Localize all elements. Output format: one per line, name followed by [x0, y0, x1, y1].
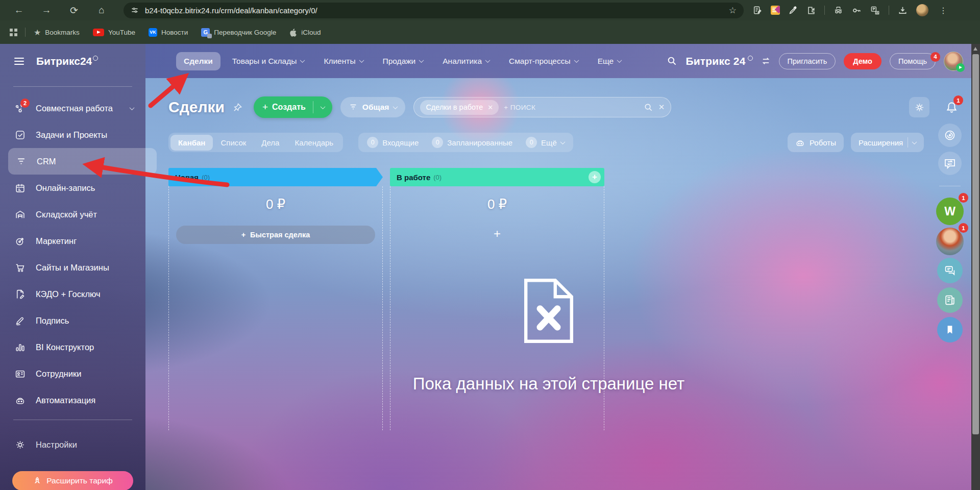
- bookmark-folder[interactable]: ★ Bookmarks: [34, 28, 80, 37]
- upgrade-plan-button[interactable]: Расширить тариф: [12, 471, 133, 490]
- forward-icon[interactable]: →: [39, 5, 54, 16]
- counter-incoming[interactable]: 0 Входящие: [360, 137, 425, 148]
- nav-item-products[interactable]: Товары и Склады: [225, 52, 312, 70]
- incognito-icon[interactable]: [834, 6, 843, 15]
- nav-item-clients[interactable]: Клиенты: [316, 52, 371, 70]
- demo-button[interactable]: Демо: [844, 53, 881, 69]
- whatsapp-channel-button[interactable]: W 1: [936, 198, 964, 225]
- pin-icon[interactable]: [233, 103, 242, 112]
- translate-icon[interactable]: [870, 6, 880, 15]
- search-filter-chip[interactable]: Сделки в работе ✕: [420, 100, 499, 115]
- search-bar[interactable]: Сделки в работе ✕ ✕: [413, 97, 671, 117]
- browser-profile-avatar[interactable]: [916, 4, 928, 16]
- invite-button[interactable]: Пригласить: [779, 53, 836, 69]
- board-settings-button[interactable]: [909, 97, 929, 117]
- bookmark-star-icon[interactable]: ☆: [729, 5, 737, 16]
- bookmark-youtube[interactable]: YouTube: [93, 29, 135, 36]
- search-input[interactable]: [504, 104, 639, 111]
- add-deal-plus-icon[interactable]: +: [390, 227, 604, 241]
- news-feed-button[interactable]: [937, 287, 963, 313]
- open-lines-button[interactable]: [937, 258, 963, 283]
- menu-burger-icon[interactable]: [14, 58, 24, 65]
- sidebar-item-bi-builder[interactable]: BI Конструктор: [0, 334, 145, 360]
- switch-arrows-icon[interactable]: [761, 56, 771, 66]
- sidebar-label: CRM: [37, 157, 56, 166]
- sidebar-item-collaboration[interactable]: 2 Совместная работа: [0, 95, 145, 121]
- notes-extension-icon[interactable]: [753, 6, 762, 15]
- create-dropdown-caret[interactable]: [313, 106, 332, 109]
- view-tabs-group: Канбан Список Дела Календарь: [168, 133, 343, 152]
- sidebar-item-kedo[interactable]: КЭДО + Госключ: [0, 281, 145, 307]
- url-text[interactable]: b24-t0qcbz.bitrix24.ru/crm/deal/kanban/c…: [145, 6, 723, 15]
- sidebar-item-sites-stores[interactable]: Сайты и Магазины: [0, 254, 145, 281]
- password-key-icon[interactable]: [852, 6, 862, 15]
- counter-more[interactable]: 0 Ещё: [519, 137, 571, 148]
- column-header-in-progress[interactable]: В работе (0) +: [390, 168, 604, 186]
- extensions-puzzle-icon[interactable]: [806, 6, 816, 15]
- nav-item-more[interactable]: Еще: [590, 52, 629, 70]
- copilot-button[interactable]: [938, 124, 962, 147]
- tab-calendar[interactable]: Календарь: [287, 135, 341, 151]
- bookmark-button[interactable]: [937, 317, 963, 342]
- sidebar-item-marketing[interactable]: Маркетинг: [0, 228, 145, 254]
- contact-avatar-button[interactable]: 1: [936, 228, 964, 255]
- nav-item-analytics[interactable]: Аналитика: [435, 52, 497, 70]
- search-clear-icon[interactable]: ✕: [658, 103, 665, 112]
- tab-list[interactable]: Список: [213, 135, 254, 151]
- robots-button[interactable]: Роботы: [788, 133, 844, 152]
- sidebar-item-online-booking[interactable]: Онлайн-запись: [0, 175, 145, 201]
- bookmark-icloud[interactable]: iCloud: [289, 28, 321, 37]
- tab-activities[interactable]: Дела: [254, 135, 287, 151]
- nav-item-sales[interactable]: Продажи: [375, 52, 431, 70]
- apps-grid-icon[interactable]: [9, 28, 18, 37]
- create-deal-button[interactable]: + Создать: [254, 96, 332, 118]
- browser-menu-icon[interactable]: ⋮: [939, 6, 947, 15]
- extensions-button[interactable]: Расширения: [851, 133, 924, 152]
- home-icon[interactable]: ⌂: [94, 5, 109, 16]
- empty-document-icon: [521, 278, 576, 344]
- sidebar-label: Настройки: [36, 440, 77, 450]
- bookmark-news[interactable]: VK Новости: [149, 28, 188, 37]
- chat-transfer-button[interactable]: [938, 152, 962, 175]
- yellow-notes-extension-icon[interactable]: [771, 6, 780, 15]
- notifications-button[interactable]: 1: [941, 96, 962, 118]
- window-scrollbar[interactable]: [971, 44, 980, 490]
- chevron-down-icon: [912, 139, 917, 144]
- search-icon[interactable]: [644, 103, 653, 112]
- sidebar-item-settings[interactable]: Настройки: [0, 431, 145, 458]
- funnel-filter-button[interactable]: Общая: [340, 97, 406, 117]
- eyedropper-extension-icon[interactable]: [789, 6, 798, 15]
- address-bar[interactable]: b24-t0qcbz.bitrix24.ru/crm/deal/kanban/c…: [124, 3, 744, 18]
- downloads-icon[interactable]: [898, 6, 908, 15]
- scroll-up-arrow-icon[interactable]: [973, 47, 977, 51]
- toolbar-divider: [824, 6, 825, 15]
- warehouse-icon: [15, 209, 26, 220]
- column-name: Новая: [175, 173, 199, 182]
- back-icon[interactable]: ←: [11, 5, 27, 16]
- sidebar-item-automation[interactable]: Автоматизация: [0, 387, 145, 413]
- scrollbar-thumb[interactable]: [972, 54, 979, 434]
- sidebar-item-tasks[interactable]: Задачи и Проекты: [0, 121, 145, 148]
- sidebar-item-signature[interactable]: Подпись: [0, 307, 145, 334]
- bookmark-google-translate[interactable]: G Переводчик Google: [201, 28, 276, 37]
- sidebar-label: Онлайн-запись: [36, 183, 95, 193]
- search-icon[interactable]: [667, 56, 677, 66]
- refresh-icon[interactable]: ⟳: [66, 5, 82, 16]
- nav-label: Сделки: [184, 57, 213, 66]
- tab-kanban[interactable]: Канбан: [170, 135, 213, 151]
- help-button[interactable]: Помощь: [890, 53, 936, 69]
- nav-item-deals[interactable]: Сделки: [176, 52, 220, 70]
- site-settings-icon[interactable]: [131, 6, 139, 14]
- counter-planned[interactable]: 0 Запланированные: [425, 137, 519, 148]
- quick-deal-button[interactable]: + Быстрая сделка: [176, 226, 375, 244]
- extensions-label: Расширения: [859, 138, 903, 147]
- sidebar-item-employees[interactable]: Сотрудники: [0, 360, 145, 387]
- nav-item-smart-processes[interactable]: Смарт-процессы: [501, 52, 586, 70]
- user-avatar[interactable]: [944, 52, 963, 71]
- sidebar-item-crm[interactable]: CRM: [8, 148, 157, 175]
- sidebar-item-inventory[interactable]: Складской учёт: [0, 201, 145, 228]
- chevron-down-icon: [574, 58, 579, 63]
- chip-remove-icon[interactable]: ✕: [487, 104, 493, 111]
- column-header-new[interactable]: Новая (0): [168, 168, 383, 186]
- add-stage-icon[interactable]: +: [589, 171, 601, 183]
